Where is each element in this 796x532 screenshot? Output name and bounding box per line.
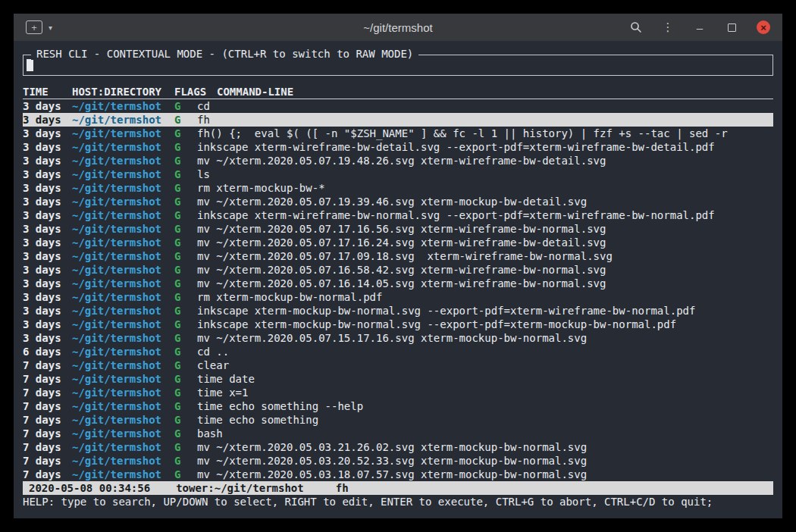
column-command-line: COMMAND-LINE [217, 86, 773, 99]
row-flags: G [174, 386, 197, 399]
row-command: mv ~/xterm.2020.05.07.19.39.46.svg xterm… [197, 195, 773, 208]
row-command: mv ~/xterm.2020.05.03.21.26.02.svg xterm… [197, 440, 773, 454]
history-row[interactable]: 3 days~/git/termshotGcd [23, 99, 773, 113]
history-row[interactable]: 7 days~/git/termshotGmv ~/xterm.2020.05.… [23, 454, 773, 468]
row-host-directory: ~/git/termshot [72, 222, 174, 236]
row-command: time date [197, 372, 773, 386]
chevron-down-icon[interactable]: ▾ [49, 23, 52, 32]
row-host-directory: ~/git/termshot [72, 195, 174, 208]
history-row[interactable]: 3 days~/git/termshotGinkscape xterm-mock… [23, 318, 773, 331]
history-row[interactable]: 3 days~/git/termshotGrm xterm-mockup-bw-… [23, 290, 773, 304]
history-row[interactable]: 7 days~/git/termshotGtime x=1 [23, 386, 773, 399]
history-row[interactable]: 7 days~/git/termshotGmv ~/xterm.2020.05.… [23, 468, 773, 481]
restore-icon [728, 23, 736, 32]
row-host-directory: ~/git/termshot [72, 468, 174, 481]
help-line: HELP: type to search, UP/DOWN to select,… [23, 495, 773, 509]
row-flags: G [174, 318, 197, 331]
history-list: 3 days~/git/termshotGcd3 days~/git/terms… [23, 99, 773, 481]
row-flags: G [174, 454, 197, 468]
row-time: 3 days [23, 249, 72, 263]
history-row[interactable]: 3 days~/git/termshotGmv ~/xterm.2020.05.… [23, 236, 773, 249]
row-time: 7 days [23, 440, 72, 454]
row-host-directory: ~/git/termshot [72, 331, 174, 345]
row-command: bash [197, 427, 773, 440]
row-host-directory: ~/git/termshot [72, 372, 174, 386]
row-flags: G [174, 440, 197, 454]
history-row[interactable]: 3 days~/git/termshotGinkscape xterm-mock… [23, 304, 773, 318]
row-time: 7 days [23, 386, 72, 399]
row-time: 6 days [23, 345, 72, 358]
menu-kebab-icon[interactable]: ⋮ [661, 20, 675, 34]
row-command: time x=1 [197, 386, 773, 399]
row-flags: G [174, 399, 197, 413]
row-host-directory: ~/git/termshot [72, 290, 174, 304]
row-host-directory: ~/git/termshot [72, 127, 174, 140]
row-time: 3 days [23, 127, 72, 140]
row-host-directory: ~/git/termshot [72, 413, 174, 427]
row-flags: G [174, 331, 197, 345]
row-flags: G [174, 181, 197, 195]
row-flags: G [174, 277, 197, 290]
row-flags: G [174, 167, 197, 181]
row-command: ls [197, 167, 773, 181]
row-command: rm xterm-mockup-bw-* [197, 181, 773, 195]
history-row[interactable]: 3 days~/git/termshotGrm xterm-mockup-bw-… [23, 181, 773, 195]
row-command: fh() {; eval $( ([ -n "$ZSH_NAME" ] && f… [197, 127, 773, 140]
row-flags: G [174, 249, 197, 263]
row-host-directory: ~/git/termshot [72, 440, 174, 454]
history-row[interactable]: 3 days~/git/termshotGmv ~/xterm.2020.05.… [23, 222, 773, 236]
history-row[interactable]: 3 days~/git/termshotGmv ~/xterm.2020.05.… [23, 249, 773, 263]
history-row[interactable]: 7 days~/git/termshotGbash [23, 427, 773, 440]
history-row[interactable]: 7 days~/git/termshotGmv ~/xterm.2020.05.… [23, 440, 773, 454]
row-time: 7 days [23, 399, 72, 413]
row-flags: G [174, 372, 197, 386]
history-row[interactable]: 7 days~/git/termshotGclear [23, 358, 773, 372]
history-row[interactable]: 3 days~/git/termshotGmv ~/xterm.2020.05.… [23, 331, 773, 345]
search-box: RESH CLI - CONTEXTUAL MODE - (CTRL+R to … [23, 55, 773, 76]
row-command: mv ~/xterm.2020.05.07.15.17.16.svg xterm… [197, 331, 773, 345]
row-command: time echo something --help [197, 399, 773, 413]
history-row[interactable]: 7 days~/git/termshotGtime date [23, 372, 773, 386]
column-time: TIME [23, 86, 72, 99]
row-host-directory: ~/git/termshot [72, 399, 174, 413]
row-host-directory: ~/git/termshot [72, 181, 174, 195]
row-time: 3 days [23, 154, 72, 167]
search-icon[interactable] [629, 20, 643, 34]
minimize-button[interactable]: – [693, 20, 707, 34]
status-host-directory: tower:~/git/termshot [176, 481, 304, 495]
history-row[interactable]: 3 days~/git/termshotGmv ~/xterm.2020.05.… [23, 154, 773, 167]
row-host-directory: ~/git/termshot [72, 167, 174, 181]
history-row[interactable]: 6 days~/git/termshotGcd .. [23, 345, 773, 358]
status-command: fh [336, 481, 349, 495]
history-row[interactable]: 3 days~/git/termshotGmv ~/xterm.2020.05.… [23, 277, 773, 290]
history-row[interactable]: 3 days~/git/termshotGinkscape xterm-wire… [23, 208, 773, 222]
row-command: cd [197, 99, 773, 113]
row-command: fh [197, 113, 773, 127]
terminal-content: RESH CLI - CONTEXTUAL MODE - (CTRL+R to … [14, 41, 782, 518]
row-flags: G [174, 413, 197, 427]
new-tab-button[interactable]: + [26, 20, 42, 34]
history-row[interactable]: 3 days~/git/termshotGfh [23, 113, 773, 127]
row-flags: G [174, 290, 197, 304]
row-command: mv ~/xterm.2020.05.07.17.16.56.svg xterm… [197, 222, 773, 236]
window-title: ~/git/termshot [363, 21, 432, 34]
row-time: 3 days [23, 113, 72, 127]
history-row[interactable]: 7 days~/git/termshotGtime echo something [23, 413, 773, 427]
history-row[interactable]: 7 days~/git/termshotGtime echo something… [23, 399, 773, 413]
restore-button[interactable] [725, 20, 738, 34]
row-flags: G [174, 154, 197, 167]
terminal-window: + ▾ ~/git/termshot ⋮ – × RESH CLI - CONT… [14, 14, 782, 518]
row-flags: G [174, 236, 197, 249]
history-row[interactable]: 3 days~/git/termshotGinkscape xterm-wire… [23, 140, 773, 154]
history-row[interactable]: 3 days~/git/termshotGmv ~/xterm.2020.05.… [23, 195, 773, 208]
row-flags: G [174, 127, 197, 140]
row-time: 3 days [23, 318, 72, 331]
history-row[interactable]: 3 days~/git/termshotGfh() {; eval $( ([ … [23, 127, 773, 140]
close-button[interactable]: × [757, 20, 770, 34]
column-host-directory: HOST:DIRECTORY [72, 86, 174, 99]
history-row[interactable]: 3 days~/git/termshotGmv ~/xterm.2020.05.… [23, 263, 773, 277]
row-command: inkscape xterm-wireframe-bw-normal.svg -… [197, 208, 773, 222]
history-row[interactable]: 3 days~/git/termshotGls [23, 167, 773, 181]
row-flags: G [174, 345, 197, 358]
row-host-directory: ~/git/termshot [72, 140, 174, 154]
